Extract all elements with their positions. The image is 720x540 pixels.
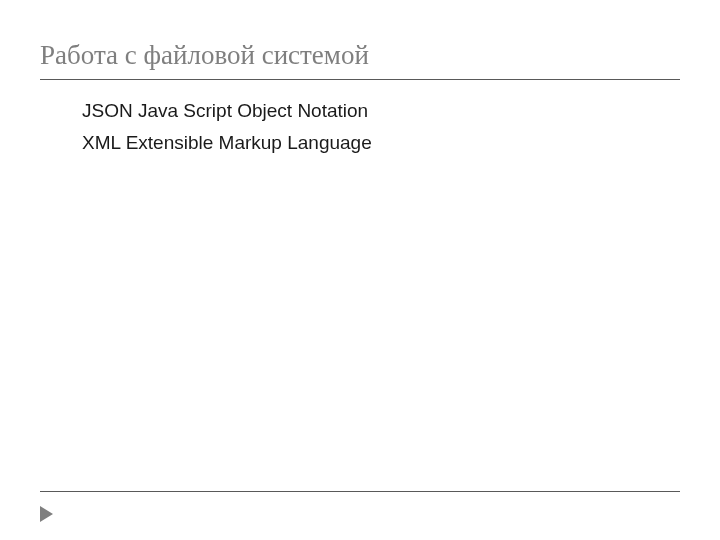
- list-item: JSON Java Script Object Notation: [50, 98, 680, 124]
- list-item: XML Extensible Markup Language: [50, 130, 680, 156]
- slide: Работа с файловой системой JSON Java Scr…: [0, 0, 720, 540]
- triangle-icon: [40, 506, 53, 522]
- slide-title: Работа с файловой системой: [40, 40, 680, 71]
- title-divider: [40, 79, 680, 80]
- bottom-divider: [40, 491, 680, 492]
- bullet-text: JSON Java Script Object Notation: [82, 98, 368, 124]
- bullet-text: XML Extensible Markup Language: [82, 130, 372, 156]
- content-area: JSON Java Script Object Notation XML Ext…: [40, 98, 680, 156]
